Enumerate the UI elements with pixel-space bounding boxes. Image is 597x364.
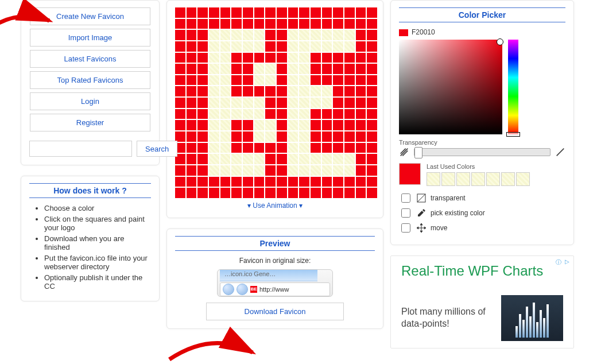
pixel-cell[interactable] (299, 98, 309, 108)
pixel-cell[interactable] (220, 98, 231, 108)
pixel-cell[interactable] (265, 30, 276, 40)
pixel-cell[interactable] (254, 19, 265, 29)
pixel-cell[interactable] (311, 41, 321, 52)
pixel-cell[interactable] (243, 86, 253, 96)
pixel-cell[interactable] (187, 177, 197, 187)
pixel-cell[interactable] (197, 53, 208, 63)
pixel-cell[interactable] (311, 98, 321, 108)
pixel-cell[interactable] (367, 30, 377, 40)
pixel-cell[interactable] (220, 53, 231, 63)
pixel-cell[interactable] (209, 154, 219, 164)
pixel-cell[interactable] (277, 131, 287, 142)
pixel-cell[interactable] (356, 177, 366, 187)
pixel-cell[interactable] (231, 154, 242, 164)
pixel-cell[interactable] (243, 109, 253, 119)
pixel-cell[interactable] (197, 165, 208, 176)
pixel-cell[interactable] (265, 64, 276, 74)
pixel-cell[interactable] (288, 86, 298, 96)
pixel-cell[interactable] (254, 143, 265, 153)
pixel-cell[interactable] (333, 131, 343, 142)
pixel-cell[interactable] (299, 109, 309, 119)
pixel-cell[interactable] (333, 75, 343, 86)
pixel-cell[interactable] (322, 30, 332, 40)
pixel-cell[interactable] (333, 53, 343, 63)
create-favicon-button[interactable]: Create New Favicon (30, 7, 150, 25)
pixel-cell[interactable] (265, 131, 276, 142)
pixel-cell[interactable] (356, 53, 366, 63)
last-swatch[interactable] (471, 172, 485, 186)
pixel-cell[interactable] (367, 53, 377, 63)
pixel-cell[interactable] (288, 131, 298, 142)
pixel-cell[interactable] (288, 120, 298, 130)
transparency-slider[interactable] (414, 148, 551, 156)
use-animation-link[interactable]: ▾ Use Animation ▾ (175, 202, 375, 210)
pixel-cell[interactable] (209, 177, 219, 187)
pixel-cell[interactable] (254, 165, 265, 176)
pixel-cell[interactable] (220, 165, 231, 176)
pixel-cell[interactable] (231, 188, 242, 198)
pixel-cell[interactable] (299, 131, 309, 142)
pixel-cell[interactable] (356, 64, 366, 74)
pixel-cell[interactable] (265, 165, 276, 176)
pixel-cell[interactable] (197, 188, 208, 198)
pixel-cell[interactable] (220, 19, 231, 29)
pixel-cell[interactable] (322, 143, 332, 153)
pixel-cell[interactable] (277, 109, 287, 119)
pixel-cell[interactable] (322, 109, 332, 119)
pixel-cell[interactable] (344, 64, 355, 74)
hue-handle[interactable] (506, 132, 520, 137)
pixel-cell[interactable] (356, 188, 366, 198)
pixel-cell[interactable] (209, 98, 219, 108)
pixel-cell[interactable] (367, 7, 377, 18)
pixel-cell[interactable] (356, 75, 366, 86)
pixel-cell[interactable] (231, 30, 242, 40)
pixel-cell[interactable] (299, 75, 309, 86)
pixel-cell[interactable] (220, 75, 231, 86)
pixel-cell[interactable] (299, 53, 309, 63)
pixel-cell[interactable] (254, 86, 265, 96)
pixel-cell[interactable] (231, 41, 242, 52)
pixel-cell[interactable] (333, 120, 343, 130)
opt-move-checkbox[interactable] (401, 223, 410, 233)
pixel-cell[interactable] (209, 7, 219, 18)
pixel-cell[interactable] (231, 75, 242, 86)
pixel-cell[interactable] (311, 75, 321, 86)
pixel-cell[interactable] (243, 64, 253, 74)
pixel-cell[interactable] (197, 109, 208, 119)
pixel-cell[interactable] (243, 75, 253, 86)
pixel-cell[interactable] (322, 7, 332, 18)
pixel-cell[interactable] (322, 41, 332, 52)
pixel-cell[interactable] (175, 86, 185, 96)
pixel-cell[interactable] (197, 177, 208, 187)
pixel-cell[interactable] (311, 131, 321, 142)
pixel-cell[interactable] (243, 41, 253, 52)
pixel-cell[interactable] (299, 86, 309, 96)
pixel-cell[interactable] (311, 120, 321, 130)
opt-move[interactable]: move (399, 222, 565, 234)
pixel-cell[interactable] (311, 143, 321, 153)
pixel-cell[interactable] (344, 75, 355, 86)
pixel-cell[interactable] (265, 109, 276, 119)
adchoices-icon[interactable]: ⓘ▷ (554, 258, 571, 267)
pixel-cell[interactable] (220, 188, 231, 198)
pixel-cell[interactable] (265, 177, 276, 187)
pixel-cell[interactable] (265, 143, 276, 153)
pixel-cell[interactable] (220, 64, 231, 74)
pixel-cell[interactable] (277, 64, 287, 74)
pixel-cell[interactable] (209, 188, 219, 198)
pixel-cell[interactable] (344, 19, 355, 29)
pixel-cell[interactable] (322, 131, 332, 142)
pixel-cell[interactable] (209, 143, 219, 153)
pixel-cell[interactable] (243, 188, 253, 198)
hue-slider[interactable] (508, 40, 518, 134)
pixel-cell[interactable] (175, 177, 185, 187)
pixel-cell[interactable] (231, 131, 242, 142)
pixel-cell[interactable] (209, 120, 219, 130)
pixel-cell[interactable] (344, 98, 355, 108)
pixel-cell[interactable] (197, 19, 208, 29)
pixel-cell[interactable] (322, 188, 332, 198)
pixel-cell[interactable] (220, 131, 231, 142)
pixel-cell[interactable] (288, 188, 298, 198)
pixel-cell[interactable] (333, 143, 343, 153)
pixel-cell[interactable] (356, 154, 366, 164)
